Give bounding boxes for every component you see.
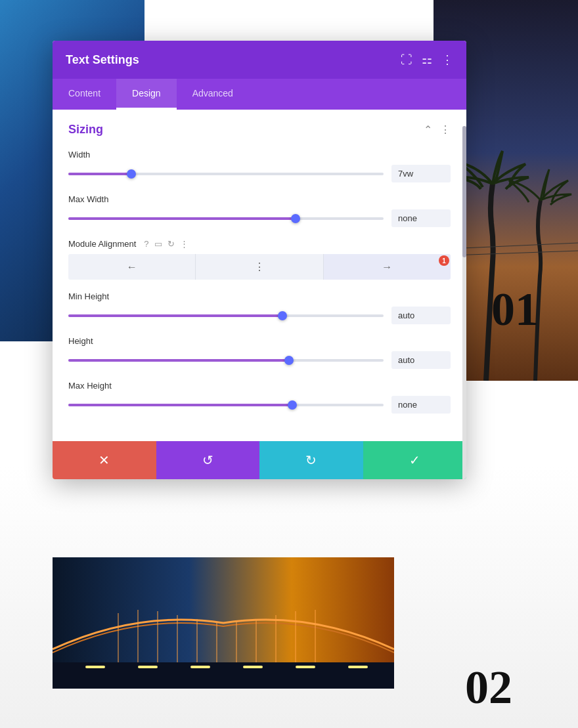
cancel-icon: ✕ — [99, 452, 110, 468]
svg-rect-17 — [138, 666, 158, 668]
alignment-label-icons: ? ▭ ↻ ⋮ — [144, 239, 188, 249]
section-controls: ⌃ ⋮ — [424, 123, 451, 136]
header-icons: ⛶ ⚏ ⋮ — [401, 53, 453, 67]
min-height-input[interactable] — [391, 307, 451, 324]
svg-rect-21 — [348, 666, 368, 668]
max-height-slider[interactable] — [68, 404, 384, 406]
min-height-slider[interactable] — [68, 314, 384, 317]
tab-design[interactable]: Design — [116, 79, 177, 110]
text-settings-modal: Text Settings ⛶ ⚏ ⋮ Content Design Advan… — [53, 41, 466, 479]
bg-bottom-image — [53, 557, 394, 689]
reset-icon: ↺ — [202, 452, 213, 468]
width-input[interactable] — [391, 165, 451, 182]
height-row: Height — [68, 336, 451, 369]
height-slider-row — [68, 351, 451, 369]
min-height-row: Min Height — [68, 291, 451, 324]
module-alignment-label: Module Alignment ? ▭ ↻ ⋮ — [68, 239, 451, 249]
cancel-button[interactable]: ✕ — [53, 441, 156, 479]
svg-rect-20 — [296, 666, 315, 668]
align-left-icon: ← — [127, 261, 137, 273]
max-height-label: Max Height — [68, 381, 451, 391]
module-alignment-row: Module Alignment ? ▭ ↻ ⋮ ← ⋮ → 1 — [68, 239, 451, 280]
alignment-badge: 1 — [439, 255, 449, 266]
align-right-button[interactable]: → 1 — [323, 254, 451, 280]
modal-footer: ✕ ↺ ↻ ✓ — [53, 441, 466, 479]
height-input[interactable] — [391, 351, 451, 369]
modal-body: Sizing ⌃ ⋮ Width Max Width — [53, 110, 466, 441]
alignment-buttons: ← ⋮ → 1 — [68, 254, 451, 280]
align-center-button[interactable]: ⋮ — [195, 254, 322, 280]
layout-icon[interactable]: ⚏ — [422, 53, 432, 67]
tab-content[interactable]: Content — [53, 79, 116, 110]
section-more-icon[interactable]: ⋮ — [440, 123, 451, 136]
number-02: 02 — [465, 660, 512, 715]
expand-icon[interactable]: ⛶ — [401, 53, 412, 67]
max-width-input[interactable] — [391, 209, 451, 227]
tabs-bar: Content Design Advanced — [53, 79, 466, 110]
max-width-slider[interactable] — [68, 217, 384, 220]
confirm-icon: ✓ — [409, 452, 420, 468]
min-height-label: Min Height — [68, 291, 451, 301]
modal-header: Text Settings ⛶ ⚏ ⋮ — [53, 41, 466, 79]
width-slider-row — [68, 165, 451, 182]
max-height-row: Max Height — [68, 381, 451, 414]
redo-icon: ↻ — [305, 452, 317, 468]
options-icon[interactable]: ⋮ — [180, 239, 189, 249]
scrollbar[interactable] — [462, 126, 466, 479]
height-slider[interactable] — [68, 359, 384, 362]
svg-rect-18 — [190, 666, 210, 668]
align-left-button[interactable]: ← — [68, 254, 195, 280]
section-title: Sizing — [68, 123, 103, 137]
max-width-slider-row — [68, 209, 451, 227]
max-width-label: Max Width — [68, 194, 451, 204]
align-right-icon: → — [382, 261, 392, 273]
reset-button[interactable]: ↺ — [156, 441, 260, 479]
modal-title: Text Settings — [66, 53, 139, 67]
scrollbar-thumb[interactable] — [462, 126, 466, 257]
more-icon[interactable]: ⋮ — [441, 53, 453, 67]
align-center-icon: ⋮ — [254, 261, 265, 273]
height-label: Height — [68, 336, 451, 346]
max-height-input[interactable] — [391, 396, 451, 414]
reset-icon[interactable]: ↻ — [167, 239, 175, 249]
tab-advanced[interactable]: Advanced — [177, 79, 249, 110]
width-row: Width — [68, 150, 451, 182]
min-height-slider-row — [68, 307, 451, 324]
svg-rect-16 — [85, 666, 105, 668]
redo-button[interactable]: ↻ — [259, 441, 363, 479]
help-icon[interactable]: ? — [144, 239, 148, 249]
width-label: Width — [68, 150, 451, 160]
section-header: Sizing ⌃ ⋮ — [68, 123, 451, 137]
width-slider[interactable] — [68, 173, 384, 175]
max-width-row: Max Width — [68, 194, 451, 227]
number-01: 01 — [491, 282, 539, 337]
confirm-button[interactable]: ✓ — [363, 441, 467, 479]
collapse-icon[interactable]: ⌃ — [424, 123, 432, 136]
max-height-slider-row — [68, 396, 451, 414]
device-icon[interactable]: ▭ — [154, 239, 162, 249]
svg-rect-19 — [243, 666, 263, 668]
